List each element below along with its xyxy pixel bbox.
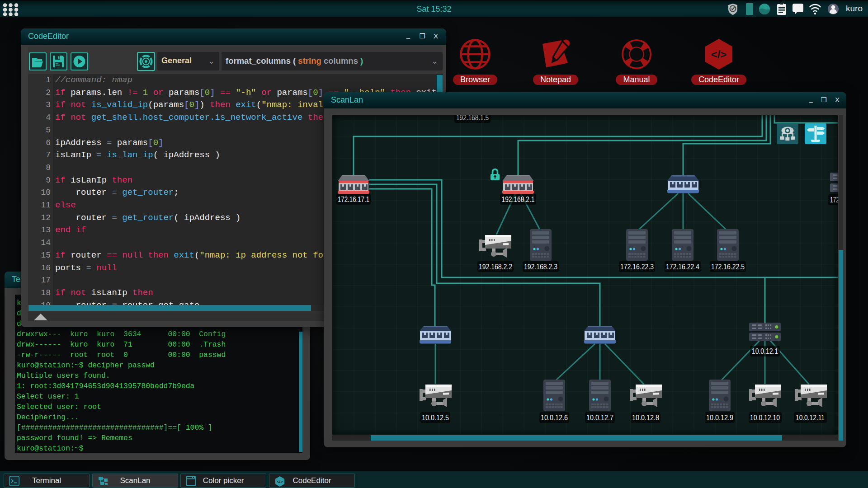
svg-text:</>: </> bbox=[711, 48, 727, 61]
